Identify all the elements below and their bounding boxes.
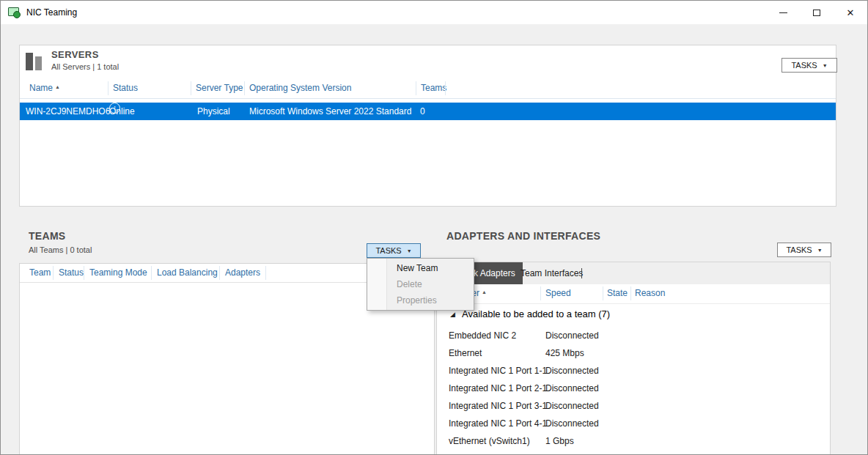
sort-asc-icon: ▲ xyxy=(482,289,487,295)
adapter-row[interactable]: Integrated NIC 1 Port 2-1Disconnected xyxy=(437,380,830,397)
column-speed[interactable]: Speed xyxy=(545,288,571,298)
adapters-tabstrip: Network Adapters Team Interfaces xyxy=(437,262,830,285)
column-teams[interactable]: Teams xyxy=(421,83,446,93)
column-team[interactable]: Team xyxy=(29,267,51,278)
servers-tasks-button[interactable]: TASKS ▼ xyxy=(781,58,837,73)
adapter-name: vEthernet (vSwitch1) xyxy=(449,432,530,450)
adapter-speed: Disconnected xyxy=(545,380,599,397)
servers-panel: SERVERS All Servers | 1 total TASKS ▼ Na… xyxy=(19,45,836,207)
column-load-balancing[interactable]: Load Balancing xyxy=(157,267,218,278)
adapter-row[interactable]: Ethernet425 Mbps xyxy=(437,344,830,362)
minimize-button[interactable] xyxy=(766,1,800,24)
menu-item-delete: Delete xyxy=(367,276,474,292)
chevron-down-icon: ▼ xyxy=(823,63,828,68)
server-row-selected[interactable]: WIN-2CJ9NEMDHO6 ↑Online Physical Microso… xyxy=(20,103,836,120)
adapters-tasks-button[interactable]: TASKS ▼ xyxy=(777,243,831,257)
adapter-row[interactable]: Integrated NIC 1 Port 1-1Disconnected xyxy=(437,362,830,380)
server-teams-count: 0 xyxy=(420,103,425,120)
sort-asc-icon: ▲ xyxy=(55,84,60,89)
close-button[interactable]: ✕ xyxy=(834,1,867,24)
adapter-speed: Disconnected xyxy=(545,397,599,415)
adapter-speed: Disconnected xyxy=(545,327,599,344)
menu-item-properties: Properties xyxy=(367,292,474,308)
adapters-column-headers: Adapter▲ Speed State Reason xyxy=(437,284,830,304)
close-icon: ✕ xyxy=(847,8,855,18)
adapter-row[interactable]: Integrated NIC 1 Port 4-1Disconnected xyxy=(437,415,830,432)
teams-title: TEAMS xyxy=(29,230,66,242)
adapter-name: Embedded NIC 2 xyxy=(449,327,516,344)
maximize-button[interactable] xyxy=(800,1,834,24)
group-label: Available to be added to a team (7) xyxy=(462,305,610,324)
adapter-group-header[interactable]: ◢ Available to be added to a team (7) xyxy=(437,305,830,324)
servers-tasks-label: TASKS xyxy=(791,61,817,70)
nic-teaming-window: NIC Teaming ✕ SERVERS All Servers | 1 to… xyxy=(0,0,868,455)
tab-team-interfaces[interactable]: Team Interfaces xyxy=(516,262,587,284)
adapter-name: Integrated NIC 1 Port 1-1 xyxy=(449,362,547,380)
adapter-name: Integrated NIC 1 Port 2-1 xyxy=(449,380,547,397)
adapter-speed: Disconnected xyxy=(545,415,599,432)
column-reason[interactable]: Reason xyxy=(635,288,665,298)
server-name: WIN-2CJ9NEMDHO6 xyxy=(26,103,110,120)
adapter-row[interactable]: Integrated NIC 1 Port 3-1Disconnected xyxy=(437,397,830,415)
teams-subtitle: All Teams | 0 total xyxy=(29,245,92,254)
adapters-panel: Network Adapters Team Interfaces Adapter… xyxy=(436,262,831,455)
adapter-row[interactable]: vEthernet (vSwitch1)1 Gbps xyxy=(437,432,830,450)
server-os-version: Microsoft Windows Server 2022 Standard xyxy=(249,103,411,120)
adapters-tasks-label: TASKS xyxy=(786,245,812,254)
menu-item-new-team[interactable]: New Team xyxy=(367,260,474,276)
window-title: NIC Teaming xyxy=(26,7,77,18)
adapter-speed: 1 Gbps xyxy=(545,432,574,450)
teams-tasks-button[interactable]: TASKS ▼ xyxy=(367,243,421,258)
column-os-version[interactable]: Operating System Version xyxy=(249,83,351,93)
adapter-name: Integrated NIC 1 Port 3-1 xyxy=(449,397,547,415)
column-name[interactable]: Name▲ xyxy=(29,83,60,93)
column-state[interactable]: State xyxy=(607,288,628,298)
chevron-down-icon: ▼ xyxy=(817,248,823,253)
teams-tasks-label: TASKS xyxy=(375,246,401,255)
servers-column-headers: Name▲ Status Server Type Operating Syste… xyxy=(20,79,836,99)
adapter-row[interactable]: Embedded NIC 2Disconnected xyxy=(437,327,830,344)
adapters-title: ADAPTERS AND INTERFACES xyxy=(446,230,600,242)
adapter-speed: Disconnected xyxy=(545,362,599,380)
tasks-dropdown-menu: New Team Delete Properties xyxy=(367,258,474,311)
servers-icon xyxy=(25,51,44,72)
column-status[interactable]: Status xyxy=(59,267,84,278)
column-status[interactable]: Status xyxy=(113,83,138,93)
titlebar: NIC Teaming ✕ xyxy=(1,1,867,24)
chevron-down-icon: ▼ xyxy=(407,248,412,254)
adapter-name: Integrated NIC 1 Port 4-1 xyxy=(449,415,547,432)
adapter-name: Ethernet xyxy=(449,344,482,362)
column-teaming-mode[interactable]: Teaming Mode xyxy=(89,267,147,278)
server-type: Physical xyxy=(197,103,230,120)
servers-title: SERVERS xyxy=(51,49,99,60)
servers-subtitle: All Servers | 1 total xyxy=(51,62,119,71)
maximize-icon xyxy=(813,10,820,16)
minimize-icon xyxy=(779,12,787,13)
column-adapters[interactable]: Adapters xyxy=(225,267,260,278)
window-controls: ✕ xyxy=(766,1,867,24)
column-server-type[interactable]: Server Type xyxy=(196,83,243,93)
app-icon xyxy=(8,7,21,18)
tab-separator xyxy=(581,268,582,278)
adapter-speed: 425 Mbps xyxy=(545,344,584,362)
